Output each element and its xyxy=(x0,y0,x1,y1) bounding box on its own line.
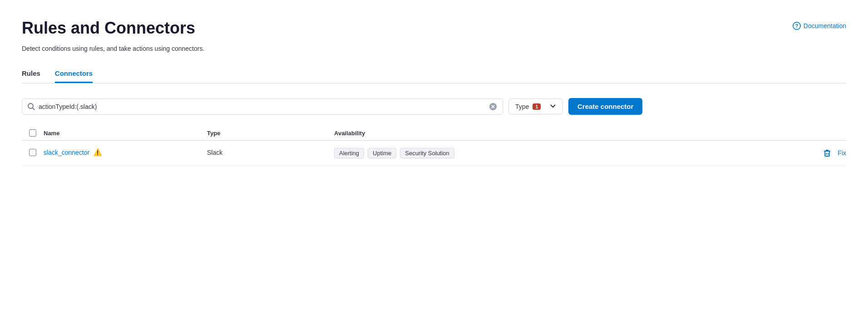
help-circle-icon: ? xyxy=(793,22,801,30)
page-container: Rules and Connectors ? Documentation Det… xyxy=(0,0,868,329)
tab-rules[interactable]: Rules xyxy=(22,65,40,83)
row-type-cell: Slack xyxy=(207,148,334,156)
trash-icon xyxy=(823,149,831,157)
type-filter-count: 1 xyxy=(533,103,541,110)
page-header: Rules and Connectors ? Documentation xyxy=(22,18,846,38)
row-actions-cell: Fix xyxy=(801,148,846,157)
documentation-label: Documentation xyxy=(804,22,846,29)
chevron-down-icon xyxy=(550,103,556,110)
row-checkbox-cell xyxy=(22,148,44,156)
row-name-cell: slack_connector ⚠️ xyxy=(44,148,207,157)
search-icon xyxy=(28,103,35,110)
table-container: Name Type Availability slack_connector ⚠… xyxy=(22,126,846,166)
connector-name-link[interactable]: slack_connector xyxy=(44,149,89,156)
row-checkbox[interactable] xyxy=(29,149,36,156)
fix-button[interactable]: Fix xyxy=(838,149,846,157)
svg-text:?: ? xyxy=(795,23,799,29)
availability-badge-security: Security Solution xyxy=(400,148,454,158)
table-row: slack_connector ⚠️ Slack Alerting Uptime… xyxy=(22,141,846,166)
column-header-type: Type xyxy=(207,130,334,137)
tabs-container: Rules Connectors xyxy=(22,65,846,83)
table-header-row: Name Type Availability xyxy=(22,126,846,141)
availability-badge-uptime: Uptime xyxy=(368,148,396,158)
column-header-availability: Availability xyxy=(334,130,801,137)
clear-search-button[interactable] xyxy=(489,103,497,111)
svg-point-2 xyxy=(28,103,33,108)
row-availability-cell: Alerting Uptime Security Solution xyxy=(334,148,801,158)
toolbar: Type 1 Create connector xyxy=(22,98,846,115)
tab-connectors[interactable]: Connectors xyxy=(55,65,93,83)
delete-button[interactable] xyxy=(823,149,831,157)
column-header-name: Name xyxy=(44,130,207,137)
svg-line-3 xyxy=(33,108,35,110)
svg-rect-7 xyxy=(825,151,829,156)
type-filter-label: Type xyxy=(515,103,529,110)
page-title: Rules and Connectors xyxy=(22,18,195,38)
availability-badge-alerting: Alerting xyxy=(334,148,364,158)
select-all-checkbox-cell xyxy=(22,129,44,137)
search-input[interactable] xyxy=(39,103,485,110)
type-filter-button[interactable]: Type 1 xyxy=(508,98,563,114)
select-all-checkbox[interactable] xyxy=(29,129,36,137)
page-subtitle: Detect conditions using rules, and take … xyxy=(22,45,846,52)
documentation-link[interactable]: ? Documentation xyxy=(793,22,846,30)
warning-icon: ⚠️ xyxy=(93,148,102,157)
search-box xyxy=(22,98,503,115)
create-connector-button[interactable]: Create connector xyxy=(568,98,642,115)
